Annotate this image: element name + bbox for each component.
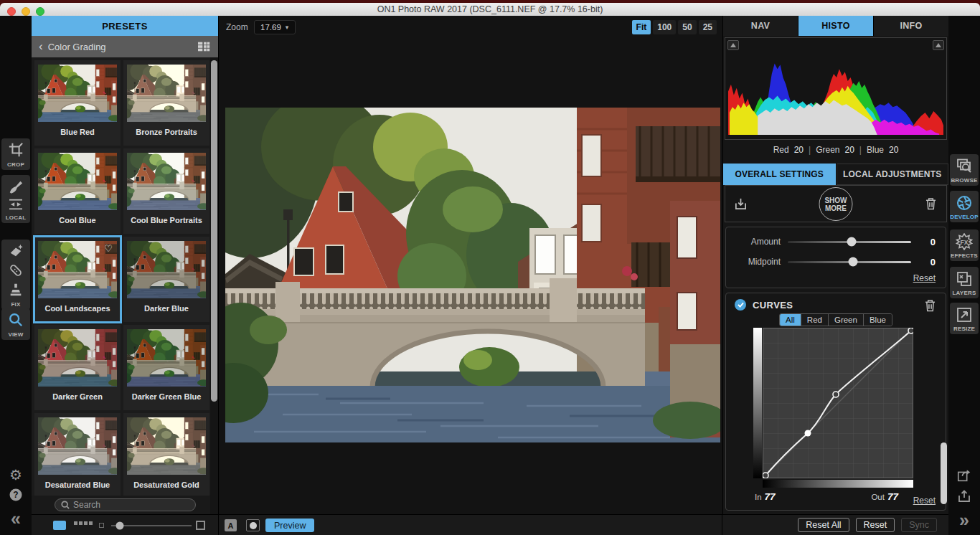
save-preset-icon[interactable] xyxy=(734,197,748,211)
resize-icon xyxy=(956,306,973,323)
amount-slider-knob[interactable] xyxy=(847,237,857,247)
fix-label: FIX xyxy=(11,301,20,308)
preset-item[interactable]: Desaturated Blue xyxy=(34,413,121,498)
fix-tools[interactable]: FIX xyxy=(1,240,30,310)
thumbnail-size-knob[interactable] xyxy=(116,522,124,530)
module-browse[interactable]: BROWSE xyxy=(950,154,979,186)
develop-label: DEVELOP xyxy=(950,214,979,220)
preset-thumbnail xyxy=(127,65,206,122)
close-window-button[interactable] xyxy=(7,7,16,16)
green-readout-label: Green xyxy=(816,145,839,155)
preset-label: Cool Blue Portraits xyxy=(127,210,206,224)
curve-point[interactable] xyxy=(833,392,839,397)
tone-curve-plot[interactable] xyxy=(763,328,913,478)
back-chevron-icon[interactable]: ‹ xyxy=(39,37,43,56)
amount-slider[interactable] xyxy=(788,241,911,243)
desktop-background-strip: ON1 Photo RAW 2017 (DSC_6111.NEF @ 17.7%… xyxy=(0,0,980,16)
clone-stamp-icon xyxy=(8,282,24,298)
presets-scrollbar-track[interactable] xyxy=(210,57,218,514)
zoom-value-dropdown[interactable]: 17.69 ▾ xyxy=(254,20,296,34)
delete-curves-icon[interactable] xyxy=(925,299,936,312)
curve-point[interactable] xyxy=(763,473,768,478)
curves-enabled-checkbox[interactable] xyxy=(735,299,746,311)
mask-view-button[interactable] xyxy=(246,519,260,531)
channel-red-button[interactable]: Red xyxy=(801,314,828,326)
preset-thumbnail xyxy=(38,417,117,475)
delete-settings-icon[interactable] xyxy=(925,197,936,210)
photo-canvas[interactable]: Zoom 17.69 ▾ Fit 100 50 25 xyxy=(219,16,722,514)
thumbnail-size-slider[interactable] xyxy=(111,525,192,526)
preset-item[interactable]: Darker Green xyxy=(34,325,121,410)
view-label: VIEW xyxy=(8,331,23,338)
presets-panel: PRESETS ‹ Color Grading Blue Red Bronze … xyxy=(32,16,219,514)
svg-text:FX: FX xyxy=(961,239,969,246)
zoom-25-button[interactable]: 25 xyxy=(699,20,717,34)
reset-button[interactable]: Reset xyxy=(856,518,895,532)
tab-histo[interactable]: HISTO xyxy=(798,16,873,36)
amount-value: 0 xyxy=(911,237,936,247)
preset-item[interactable]: Cool Blue xyxy=(34,148,121,234)
view-tool[interactable]: VIEW xyxy=(1,308,30,340)
preset-item[interactable]: Blue Red xyxy=(34,60,121,146)
sliders-reset-link[interactable]: Reset xyxy=(913,273,936,283)
grid-view-icon[interactable] xyxy=(198,42,211,52)
sync-button[interactable]: Sync xyxy=(901,518,937,532)
settings-gear-icon[interactable]: ⚙ xyxy=(0,466,32,483)
local-tools[interactable]: LOCAL xyxy=(1,175,30,223)
channel-blue-button[interactable]: Blue xyxy=(863,314,892,326)
compare-original-button[interactable]: A xyxy=(225,519,237,531)
curve-point[interactable] xyxy=(908,328,913,333)
module-effects[interactable]: FX EFFECTS xyxy=(950,229,979,261)
search-input[interactable] xyxy=(73,500,181,510)
collapse-left-panel-icon[interactable]: « xyxy=(0,511,32,526)
tab-overall-settings[interactable]: OVERALL SETTINGS xyxy=(723,164,836,185)
preset-item[interactable]: Cool Blue Portraits xyxy=(123,148,209,234)
preset-label: Blue Red xyxy=(38,122,117,136)
midpoint-slider-knob[interactable] xyxy=(849,257,858,267)
effects-label: EFFECTS xyxy=(951,252,978,259)
filmstrip-view-button[interactable] xyxy=(74,520,93,531)
preset-item-selected[interactable]: ♡ Cool Landscapes xyxy=(34,237,121,322)
zoom-100-button[interactable]: 100 xyxy=(653,20,676,34)
preset-item[interactable]: Darker Green Blue xyxy=(123,325,209,410)
module-resize[interactable]: RESIZE xyxy=(950,303,979,334)
blue-readout-value: 20 xyxy=(889,145,898,155)
channel-green-button[interactable]: Green xyxy=(828,314,863,326)
right-panel-scrollbar-thumb[interactable] xyxy=(941,442,947,504)
curve-horizontal-gradient xyxy=(763,480,913,488)
brush-icon xyxy=(8,179,24,194)
tab-nav[interactable]: NAV xyxy=(723,16,798,36)
expand-right-panel-icon[interactable]: » xyxy=(948,512,980,528)
presets-scrollbar-thumb[interactable] xyxy=(211,60,217,402)
favorite-heart-icon[interactable]: ♡ xyxy=(104,243,113,254)
preset-category-breadcrumb[interactable]: ‹ Color Grading xyxy=(32,36,218,57)
help-icon[interactable]: ? xyxy=(0,488,32,502)
curves-reset-link[interactable]: Reset xyxy=(913,496,936,506)
preset-item[interactable]: Desaturated Gold xyxy=(123,413,209,498)
zoom-fit-button[interactable]: Fit xyxy=(632,20,651,34)
reset-all-button[interactable]: Reset All xyxy=(798,518,849,532)
zoom-window-button[interactable] xyxy=(36,7,44,16)
channel-all-button[interactable]: All xyxy=(780,314,801,326)
curve-in-label: In xyxy=(755,493,762,501)
preset-item[interactable]: Darker Blue xyxy=(123,237,209,322)
preset-label: Desaturated Gold xyxy=(127,475,206,489)
module-develop-active[interactable]: DEVELOP xyxy=(950,191,979,222)
preview-button[interactable]: Preview xyxy=(265,519,314,532)
tab-info[interactable]: INFO xyxy=(874,16,948,36)
share-icon[interactable] xyxy=(948,468,980,483)
preset-item[interactable]: Bronze Portraits xyxy=(123,60,209,146)
tab-local-adjustments[interactable]: LOCAL ADJUSTMENTS xyxy=(837,164,949,185)
crop-tool[interactable]: CROP xyxy=(1,138,30,170)
zoom-label: Zoom xyxy=(226,22,248,32)
thumbnail-view-button[interactable] xyxy=(53,521,66,530)
module-layers[interactable]: LAYERS xyxy=(950,267,979,298)
preset-search-field[interactable] xyxy=(55,498,196,511)
midpoint-slider[interactable] xyxy=(788,261,911,263)
curve-point-selected[interactable] xyxy=(805,430,811,437)
minimize-window-button[interactable] xyxy=(22,7,30,16)
main-photo[interactable] xyxy=(225,108,720,442)
show-more-button[interactable]: SHOW MORE xyxy=(819,187,853,221)
zoom-50-button[interactable]: 50 xyxy=(678,20,696,34)
export-icon[interactable] xyxy=(948,489,980,503)
